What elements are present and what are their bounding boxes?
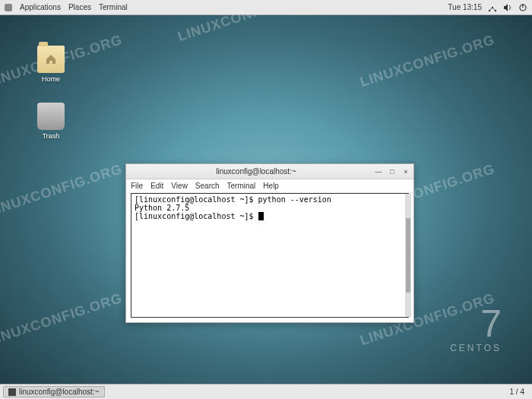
watermark: LINUXCONFIG.ORG bbox=[358, 32, 496, 90]
menu-applications[interactable]: Applications bbox=[20, 3, 61, 11]
desktop[interactable]: LINUXCONFIG.ORG LINUXCONFIG.ORG LINUXCON… bbox=[0, 15, 532, 384]
taskbar-item-label: linuxconfig@localhost:~ bbox=[19, 388, 100, 396]
scrollbar[interactable] bbox=[405, 194, 411, 317]
folder-home-icon bbox=[37, 46, 65, 73]
menu-terminal[interactable]: Terminal bbox=[227, 182, 256, 190]
menu-view[interactable]: View bbox=[171, 182, 188, 190]
scrollbar-thumb[interactable] bbox=[406, 218, 410, 292]
menu-help[interactable]: Help bbox=[263, 182, 279, 190]
terminal-output[interactable]: [linuxconfig@localhost ~]$ python --vers… bbox=[131, 193, 409, 318]
desktop-icon-trash[interactable]: Trash bbox=[30, 103, 71, 140]
window-title: linuxconfig@localhost:~ bbox=[138, 167, 374, 176]
desktop-icon-label: Home bbox=[30, 75, 71, 83]
volume-icon[interactable] bbox=[503, 3, 512, 12]
clock[interactable]: Tue 13:15 bbox=[448, 3, 482, 11]
minimize-button[interactable]: — bbox=[374, 167, 383, 176]
terminal-line: [linuxconfig@localhost ~]$ bbox=[135, 212, 405, 220]
menu-search[interactable]: Search bbox=[195, 182, 220, 190]
centos-version: 7 bbox=[450, 305, 502, 343]
trash-icon bbox=[37, 103, 65, 130]
menu-file[interactable]: File bbox=[131, 182, 143, 190]
top-panel: Applications Places Terminal Tue 13:15 bbox=[0, 0, 532, 15]
terminal-line: [linuxconfig@localhost ~]$ python --vers… bbox=[135, 195, 405, 204]
window-titlebar[interactable]: linuxconfig@localhost:~ — □ × bbox=[126, 164, 413, 179]
terminal-icon bbox=[8, 388, 16, 396]
taskbar-item-terminal[interactable]: linuxconfig@localhost:~ bbox=[3, 386, 105, 397]
activities-icon bbox=[5, 4, 12, 11]
cursor-icon bbox=[258, 212, 264, 220]
power-icon[interactable] bbox=[518, 3, 527, 12]
centos-name: CENTOS bbox=[450, 343, 502, 353]
network-icon[interactable] bbox=[488, 3, 497, 12]
watermark: LINUXCONFIG.ORG bbox=[0, 290, 125, 349]
watermark: LINUXCONFIG.ORG bbox=[0, 161, 125, 220]
workspace-switcher[interactable]: 1 / 4 bbox=[505, 388, 529, 396]
terminal-line: Python 2.7.5 bbox=[135, 204, 405, 212]
terminal-window[interactable]: linuxconfig@localhost:~ — □ × File Edit … bbox=[125, 163, 414, 323]
menu-terminal[interactable]: Terminal bbox=[99, 3, 128, 11]
bottom-panel: linuxconfig@localhost:~ 1 / 4 bbox=[0, 384, 532, 399]
centos-branding: 7 CENTOS bbox=[450, 305, 502, 353]
maximize-button[interactable]: □ bbox=[388, 167, 397, 176]
close-button[interactable]: × bbox=[401, 167, 410, 176]
menu-edit[interactable]: Edit bbox=[150, 182, 163, 190]
desktop-icon-label: Trash bbox=[30, 132, 71, 140]
desktop-icon-home[interactable]: Home bbox=[30, 46, 71, 83]
terminal-menu-bar: File Edit View Search Terminal Help bbox=[126, 179, 413, 193]
menu-places[interactable]: Places bbox=[68, 3, 91, 11]
